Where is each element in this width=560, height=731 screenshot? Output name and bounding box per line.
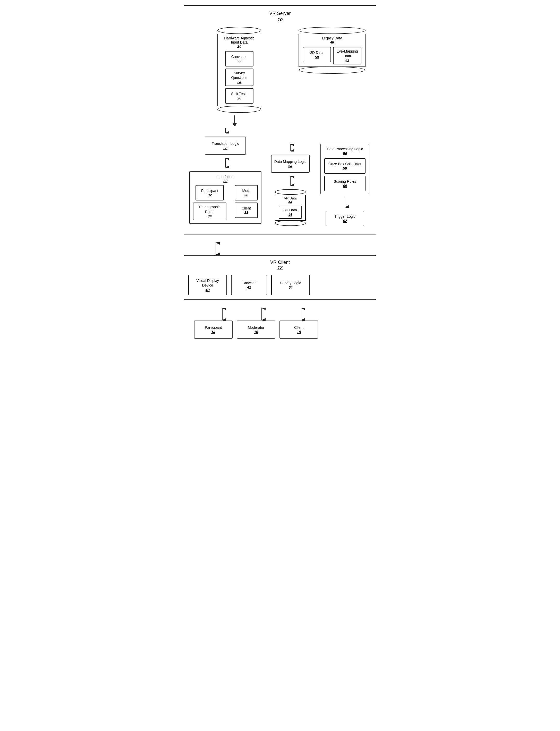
three-d-label: 3D Data [284, 208, 297, 212]
vr-data-bottom [275, 220, 306, 226]
visual-display-num: 40 [206, 288, 210, 292]
hardware-db-body: Hardware Agnostic Input Data 20 Canvases… [217, 34, 261, 106]
survey-questions-box: Survey Questions 24 [225, 69, 253, 86]
translation-logic-box: Translation Logic 28 [205, 137, 246, 155]
canvases-box: Canvases 22 [225, 51, 253, 66]
data-processing-num: 56 [324, 151, 366, 156]
server-box: VR Server 10 Hardware Agnostic Input Dat… [184, 5, 376, 234]
data-mapping-num: 54 [288, 164, 292, 168]
arrow-server-client [212, 242, 220, 255]
client-inner-num: 38 [244, 210, 248, 215]
hardware-db-container: Hardware Agnostic Input Data 20 Canvases… [189, 27, 289, 113]
survey-questions-label: Survey Questions [228, 71, 250, 80]
data-processing-label: Data Processing Logic [324, 147, 366, 151]
survey-logic-num: 64 [289, 285, 293, 289]
arrow-translation-interfaces [222, 158, 229, 168]
trigger-logic-num: 62 [343, 219, 347, 223]
client-box: VR Client 12 Visual Display Device 40 Br… [184, 255, 376, 300]
vr-data-cylinder: VR Data 44 3D Data 46 [275, 189, 306, 226]
eye-mapping-label: Eye-Mapping Data [336, 49, 358, 58]
demographic-label: Demographic Rules [196, 204, 223, 214]
three-d-num: 46 [288, 212, 292, 217]
arrow-down-1 [222, 128, 229, 133]
gaze-label: Gaze Box Calculator [328, 161, 361, 166]
data-mapping-label: Data Mapping Logic [274, 159, 307, 164]
vr-data-top [275, 189, 306, 195]
canvases-num: 22 [237, 59, 241, 63]
hardware-db-num: 20 [237, 44, 241, 48]
interfaces-num: 30 [193, 179, 258, 183]
gaze-box: Gaze Box Calculator 58 [324, 158, 366, 174]
split-tests-num: 26 [237, 96, 241, 100]
arrow-survey-client [297, 308, 305, 320]
client-bottom-num: 18 [297, 330, 301, 334]
arrow-hardware-to-translation [230, 115, 240, 126]
data-processing-container: Data Processing Logic 56 Gaze Box Calcul… [320, 144, 369, 194]
hardware-db-cylinder: Hardware Agnostic Input Data 20 Canvases… [217, 27, 261, 113]
legacy-db-bottom [299, 66, 366, 74]
data-mapping-box: Data Mapping Logic 54 [271, 155, 310, 173]
diagram: VR Server 10 Hardware Agnostic Input Dat… [184, 5, 376, 338]
split-tests-label: Split Tests [231, 91, 248, 96]
two-d-label: 2D Data [310, 50, 323, 55]
vr-data-label: VR Data [284, 196, 296, 200]
scoring-rules-label: Scoring Rules [334, 179, 356, 184]
survey-logic-label: Survey Logic [280, 280, 301, 285]
canvases-label: Canvases [231, 54, 247, 59]
participant-bottom-label: Participant [205, 325, 222, 330]
demographic-box: Demographic Rules 34 [193, 202, 226, 220]
trigger-logic-box: Trigger Logic 62 [326, 211, 364, 226]
legacy-db-body: Legacy Data 48 2D Data 50 Eye-Mapping Da… [299, 34, 366, 67]
eye-mapping-box: Eye-Mapping Data 52 [333, 47, 361, 64]
arrow-datamapping-vrdata [286, 176, 294, 186]
participant-inner-label: Participant [201, 188, 218, 193]
moderator-label: Moderator [248, 325, 264, 330]
participant-inner-num: 32 [208, 193, 212, 197]
server-num: 10 [189, 17, 371, 23]
survey-questions-num: 24 [237, 80, 241, 84]
hardware-db-bottom [217, 106, 261, 113]
two-d-data-box: 2D Data 50 [303, 47, 331, 62]
legacy-db-top [299, 27, 366, 34]
hardware-db-top [217, 27, 261, 34]
demographic-num: 34 [208, 214, 212, 218]
browser-box: Browser 42 [231, 275, 267, 295]
server-title: VR Server [189, 11, 371, 16]
gaze-num: 58 [343, 166, 347, 170]
hardware-db-label: Hardware Agnostic Input Data [220, 36, 259, 44]
client-num: 12 [188, 265, 372, 270]
mod-num: 36 [244, 193, 248, 197]
translation-logic-num: 28 [223, 146, 227, 150]
scoring-rules-box: Scoring Rules 60 [324, 176, 366, 191]
arrow-vd-participant [218, 308, 226, 320]
legacy-db-num: 48 [301, 40, 363, 44]
participant-bottom-box: Participant 14 [194, 320, 233, 338]
three-d-data-box: 3D Data 46 [279, 206, 302, 218]
browser-label: Browser [242, 280, 256, 285]
legacy-db-container: Legacy Data 48 2D Data 50 Eye-Mapping Da… [293, 27, 371, 74]
survey-logic-box: Survey Logic 64 [271, 275, 310, 295]
scoring-rules-num: 60 [343, 184, 347, 188]
two-d-num: 50 [315, 55, 319, 59]
mod-label: Mod. [242, 188, 250, 193]
browser-num: 42 [247, 285, 251, 289]
client-inner-label: Client [242, 206, 251, 210]
client-title: VR Client [188, 260, 372, 265]
client-bottom-label: Client [294, 325, 303, 330]
vr-data-body: VR Data 44 3D Data 46 [275, 195, 306, 220]
visual-display-label: Visual Display Device [191, 278, 224, 287]
mod-box: Mod. 36 [235, 185, 258, 200]
interfaces-label: Interfaces [193, 175, 258, 179]
visual-display-box: Visual Display Device 40 [188, 275, 227, 295]
client-inner-box: Client 38 [235, 202, 258, 218]
arrow-browser-moderator [258, 308, 266, 320]
participant-inner-box: Participant 32 [196, 185, 224, 200]
participant-bottom-num: 14 [211, 330, 215, 334]
eye-mapping-num: 52 [345, 58, 349, 62]
translation-logic-label: Translation Logic [212, 141, 239, 146]
legacy-db-label: Legacy Data [301, 36, 363, 40]
client-bottom-box: Client 18 [279, 320, 318, 338]
moderator-num: 16 [254, 330, 258, 334]
legacy-db-cylinder: Legacy Data 48 2D Data 50 Eye-Mapping Da… [299, 27, 366, 74]
arrow-dataproc-trigger [341, 197, 349, 208]
